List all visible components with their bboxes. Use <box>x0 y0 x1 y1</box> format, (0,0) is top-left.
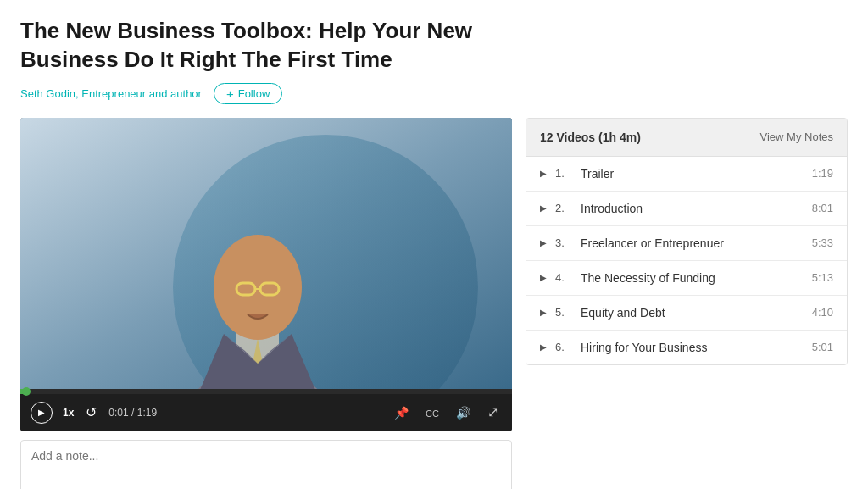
note-section: Public ⇅ Post <box>20 440 512 489</box>
cc-button[interactable]: CC <box>422 404 442 421</box>
view-notes-link[interactable]: View My Notes <box>760 131 833 143</box>
video-container: ▶ 1x ↺ 0:01 / 1:19 📌 CC <box>20 118 512 431</box>
item-duration: 5:13 <box>804 271 833 284</box>
video-thumbnail[interactable] <box>20 118 512 389</box>
main-content: ▶ 1x ↺ 0:01 / 1:19 📌 CC <box>20 118 848 489</box>
video-progress-handle[interactable] <box>22 387 31 396</box>
item-number: 3. <box>555 236 572 249</box>
fullscreen-button[interactable]: ⤢ <box>484 403 502 422</box>
volume-button[interactable]: 🔊 <box>453 404 474 421</box>
rewind-icon: ↺ <box>86 404 97 420</box>
bookmark-icon: 📌 <box>394 406 409 420</box>
item-duration: 5:01 <box>804 341 833 353</box>
playlist-panel: 12 Videos (1h 4m) View My Notes ▶ 1. Tra… <box>526 118 848 365</box>
bookmark-button[interactable]: 📌 <box>391 404 412 421</box>
item-duration: 5:33 <box>804 236 833 249</box>
play-icon: ▶ <box>540 203 547 213</box>
time-separator: / <box>131 407 137 419</box>
video-progress-bar[interactable] <box>20 389 512 394</box>
play-icon: ▶ <box>540 342 547 352</box>
playlist-item[interactable]: ▶ 2. Introduction 8:01 <box>526 192 847 226</box>
play-icon: ▶ <box>540 238 547 247</box>
playlist-item[interactable]: ▶ 5. Equity and Debt 4:10 <box>526 296 847 331</box>
plus-icon: + <box>226 87 234 100</box>
item-title: Equity and Debt <box>581 306 795 320</box>
playlist-header: 12 Videos (1h 4m) View My Notes <box>526 119 847 157</box>
playlist-item[interactable]: ▶ 1. Trailer 1:19 <box>526 157 847 192</box>
time-display: 0:01 / 1:19 <box>108 407 157 419</box>
playlist-item[interactable]: ▶ 6. Hiring for Your Business 5:01 <box>526 331 847 364</box>
playlist-item[interactable]: ▶ 4. The Necessity of Funding 5:13 <box>526 261 847 296</box>
current-time: 0:01 <box>108 407 128 419</box>
item-title: The Necessity of Funding <box>581 271 795 285</box>
playlist-count: 12 Videos (1h 4m) <box>540 131 641 144</box>
item-number: 1. <box>555 167 572 180</box>
svg-point-6 <box>214 235 302 340</box>
item-duration: 8:01 <box>804 202 833 214</box>
speed-button[interactable]: 1x <box>63 407 74 419</box>
play-icon: ▶ <box>540 169 547 178</box>
play-icon: ▶ <box>38 408 45 417</box>
fullscreen-icon: ⤢ <box>487 405 498 420</box>
item-title: Hiring for Your Business <box>581 341 795 354</box>
playlist-item[interactable]: ▶ 3. Freelancer or Entreprenuer 5:33 <box>526 226 847 261</box>
play-button[interactable]: ▶ <box>31 402 53 424</box>
item-duration: 4:10 <box>804 306 833 319</box>
playlist-items: ▶ 1. Trailer 1:19 ▶ 2. Introduction 8:01… <box>526 157 847 364</box>
play-icon: ▶ <box>540 308 547 317</box>
total-time: 1:19 <box>137 407 157 419</box>
item-number: 5. <box>555 306 572 319</box>
item-number: 2. <box>555 202 572 214</box>
author-link[interactable]: Seth Godin, Entrepreneur and author <box>20 87 202 100</box>
item-title: Freelancer or Entreprenuer <box>581 236 795 250</box>
page-title: The New Business Toolbox: Help Your New … <box>20 17 512 75</box>
item-number: 4. <box>555 271 572 284</box>
author-row: Seth Godin, Entrepreneur and author + Fo… <box>20 83 848 104</box>
item-title: Trailer <box>581 167 795 181</box>
video-controls: ▶ 1x ↺ 0:01 / 1:19 📌 CC <box>20 394 512 431</box>
item-title: Introduction <box>581 202 795 215</box>
item-duration: 1:19 <box>804 167 833 180</box>
follow-label: Follow <box>238 87 270 100</box>
video-section: ▶ 1x ↺ 0:01 / 1:19 📌 CC <box>20 118 512 489</box>
play-icon: ▶ <box>540 273 547 282</box>
cc-icon: CC <box>426 408 439 419</box>
item-number: 6. <box>555 341 572 353</box>
volume-icon: 🔊 <box>456 406 470 420</box>
note-input[interactable] <box>20 440 512 489</box>
follow-button[interactable]: + Follow <box>214 83 282 104</box>
rewind-button[interactable]: ↺ <box>84 403 98 422</box>
